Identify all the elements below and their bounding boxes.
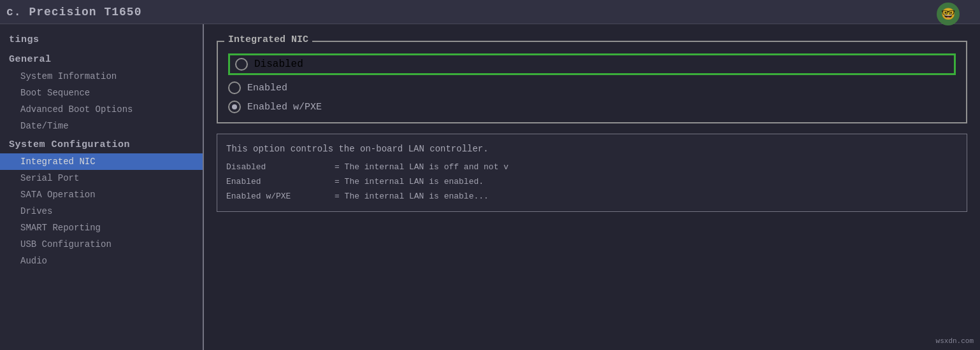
integrated-nic-legend: Integrated NIC <box>224 34 312 45</box>
enabled-pxe-radio-label: Enabled w/PXE <box>247 102 322 113</box>
sidebar: tings General System Information Boot Se… <box>0 24 204 350</box>
enabled-option[interactable]: Enabled <box>228 81 956 94</box>
info-value-2: = The internal LAN is enable... <box>335 190 958 204</box>
sidebar-section-general: General <box>0 49 203 68</box>
sidebar-item-serial-port[interactable]: Serial Port <box>0 170 203 186</box>
watermark-icon: 🤓 <box>937 3 960 25</box>
info-key-2: Enabled w/PXE <box>226 190 328 204</box>
enabled-pxe-radio-circle[interactable] <box>228 101 241 113</box>
nic-radio-group: Disabled Enabled Enabled w/PXE <box>228 48 956 113</box>
disabled-radio-label: Disabled <box>254 59 303 70</box>
disabled-radio-circle[interactable] <box>235 58 248 71</box>
sidebar-item-audio[interactable]: Audio <box>0 253 203 269</box>
info-table: Disabled = The internal LAN is off and n… <box>226 161 958 203</box>
sidebar-item-sata-operation[interactable]: SATA Operation <box>0 186 203 203</box>
main-content: tings General System Information Boot Se… <box>0 24 980 350</box>
sidebar-item-drives[interactable]: Drives <box>0 203 203 220</box>
info-key-1: Enabled <box>226 176 328 189</box>
sidebar-item-system-information[interactable]: System Information <box>0 68 203 85</box>
sidebar-item-advanced-boot-options[interactable]: Advanced Boot Options <box>0 101 203 118</box>
sidebar-item-integrated-nic[interactable]: Integrated NIC <box>0 153 203 170</box>
info-value-0: = The internal LAN is off and not v <box>335 161 958 174</box>
sidebar-item-datetime[interactable]: Date/Time <box>0 118 203 134</box>
right-panel: Integrated NIC Disabled Enabled <box>204 24 980 350</box>
info-box: This option controls the on-board LAN co… <box>217 134 967 212</box>
enabled-radio-circle[interactable] <box>228 81 241 94</box>
info-key-0: Disabled <box>226 161 328 174</box>
info-value-1: = The internal LAN is enabled. <box>335 176 958 189</box>
info-description: This option controls the on-board LAN co… <box>226 142 958 156</box>
bios-screen: c. Precision T1650 🤓 tings General Syste… <box>0 0 980 350</box>
sidebar-item-usb-configuration[interactable]: USB Configuration <box>0 236 203 253</box>
integrated-nic-fieldset: Integrated NIC Disabled Enabled <box>217 41 967 123</box>
bottom-watermark: wsxdn.com <box>936 337 974 345</box>
title-text: c. Precision T1650 <box>6 6 141 18</box>
sidebar-item-smart-reporting[interactable]: SMART Reporting <box>0 220 203 236</box>
disabled-option-highlight[interactable]: Disabled <box>228 53 956 75</box>
enabled-radio-label: Enabled <box>247 83 287 94</box>
title-bar: c. Precision T1650 <box>0 0 980 24</box>
watermark: 🤓 <box>923 1 974 27</box>
sidebar-item-boot-sequence[interactable]: Boot Sequence <box>0 85 203 101</box>
sidebar-section-system-config: System Configuration <box>0 134 203 153</box>
sidebar-header-settings: tings <box>0 31 203 49</box>
enabled-pxe-option[interactable]: Enabled w/PXE <box>228 101 956 113</box>
